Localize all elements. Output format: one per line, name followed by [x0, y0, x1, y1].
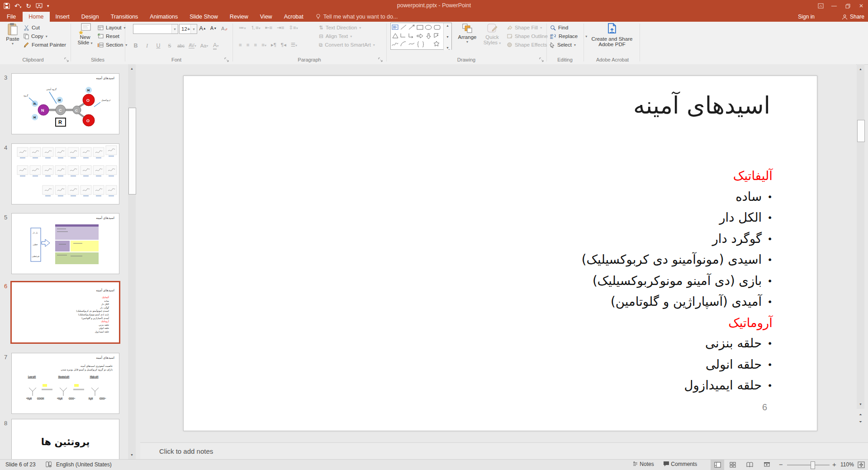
tab-insert[interactable]: Insert: [50, 12, 76, 22]
slide-title[interactable]: اسیدهای آمینه: [633, 92, 770, 119]
thumbnail-slide-8[interactable]: پروتئین ها: [11, 419, 119, 459]
thumbnail-slide-7[interactable]: اسیدهای آمینه خاصیت آمفوتری اسیدهای آمین…: [11, 353, 119, 414]
columns-button[interactable]: ☰▾: [291, 42, 297, 48]
strikethrough-button[interactable]: abc: [177, 42, 185, 50]
font-name-combobox[interactable]: ▾: [133, 24, 178, 34]
clear-formatting-button[interactable]: A: [221, 24, 228, 32]
underline-button[interactable]: U: [155, 42, 162, 50]
tab-view[interactable]: View: [254, 12, 278, 22]
tell-me-box[interactable]: Tell me what you want to do...: [309, 12, 398, 22]
scroll-down-icon[interactable]: ▼: [857, 400, 864, 408]
thumbnail-slide-6-selected[interactable]: اسیدهای آمینه آلیفاتیک ساده الکل دار گوگ…: [10, 281, 120, 344]
layout-button[interactable]: Layout▾: [98, 24, 126, 32]
align-right-button[interactable]: ≡: [254, 42, 257, 47]
zoom-slider-thumb[interactable]: [811, 461, 815, 469]
scrollbar-thumb[interactable]: [857, 120, 865, 142]
gallery-down-icon[interactable]: ▼: [446, 35, 449, 38]
shape-effects-button[interactable]: Shape Effects: [515, 42, 547, 47]
restore-icon[interactable]: [841, 0, 854, 12]
close-icon[interactable]: ✕: [854, 0, 868, 12]
thumbnail-slide-4[interactable]: [11, 143, 119, 204]
character-spacing-button[interactable]: AV▾: [189, 42, 196, 50]
find-button[interactable]: Find: [558, 25, 568, 30]
align-left-button[interactable]: ≡: [239, 42, 242, 47]
rtl-direction-button[interactable]: ¶◂: [281, 42, 286, 48]
grow-font-button[interactable]: A▲: [199, 24, 206, 32]
bullets-button[interactable]: ≔▾: [239, 24, 246, 31]
gallery-up-icon[interactable]: ▲: [446, 24, 449, 27]
font-size-combobox[interactable]: 12+▾: [179, 24, 197, 34]
font-color-button[interactable]: A▾: [212, 42, 219, 50]
tab-design[interactable]: Design: [76, 12, 105, 22]
tab-home[interactable]: Home: [23, 12, 49, 22]
slide-sorter-view-button[interactable]: [726, 460, 740, 470]
copy-button[interactable]: Copy▾: [24, 32, 47, 40]
share-button[interactable]: Share: [842, 12, 864, 22]
normal-view-button[interactable]: [711, 460, 724, 470]
sign-in-button[interactable]: Sign in: [798, 12, 815, 22]
scroll-up-icon[interactable]: ▲: [128, 65, 136, 72]
reading-view-button[interactable]: [743, 460, 756, 470]
bold-button[interactable]: B: [132, 42, 139, 50]
notes-placeholder[interactable]: Click to add notes: [159, 447, 213, 455]
text-direction-button[interactable]: Text Direction: [326, 25, 357, 30]
shapes-gallery[interactable]: ▲ ▼ ▼̲: [390, 23, 452, 50]
section-button[interactable]: Section▾: [98, 41, 127, 49]
clipboard-dialog-launcher[interactable]: [64, 57, 69, 62]
cut-button[interactable]: Cut: [24, 24, 40, 32]
tab-review[interactable]: Review: [224, 12, 254, 22]
line-spacing-button[interactable]: ⇳≡▾: [289, 24, 298, 31]
tab-slide-show[interactable]: Slide Show: [184, 12, 224, 22]
zoom-slider-track[interactable]: [787, 465, 830, 465]
thumbnail-slide-5[interactable]: اسیدهای آمینه بار دارقطبیغیرقطبی: [11, 213, 119, 274]
change-case-button[interactable]: Aa▾: [200, 42, 208, 50]
convert-smartart-button[interactable]: Convert to SmartArt: [325, 42, 371, 47]
zoom-in-button[interactable]: +: [832, 461, 836, 468]
tab-animations[interactable]: Animations: [144, 12, 184, 22]
previous-slide-button[interactable]: ⏶: [857, 411, 864, 418]
language-indicator[interactable]: English (United States): [56, 461, 112, 468]
minimize-icon[interactable]: —: [827, 0, 841, 12]
paste-button[interactable]: Paste▾: [4, 23, 22, 46]
format-painter-button[interactable]: Format Painter: [24, 41, 66, 49]
comments-toggle[interactable]: Comments: [663, 461, 697, 467]
shape-fill-button[interactable]: Shape Fill: [515, 25, 538, 30]
shape-outline-button[interactable]: Shape Outline: [515, 33, 548, 39]
paragraph-dialog-launcher[interactable]: [378, 57, 383, 62]
spellcheck-icon[interactable]: [45, 461, 52, 468]
italic-button[interactable]: I: [143, 42, 151, 50]
tab-transitions[interactable]: Transitions: [105, 12, 144, 22]
thumbnail-slide-3[interactable]: اسیدهای آمینه H H H H N C C O O R گروهگر…: [11, 73, 119, 134]
decrease-indent-button[interactable]: ⇤≡: [265, 24, 272, 31]
align-text-button[interactable]: Align Text: [326, 33, 348, 39]
reset-button[interactable]: Reset: [98, 32, 119, 40]
notes-pane[interactable]: Click to add notes: [140, 442, 868, 460]
thumbnail-scrollbar[interactable]: ▲ ▼: [128, 64, 136, 459]
zoom-level[interactable]: 110%: [840, 461, 854, 468]
shapes-gallery-scrollbar[interactable]: ▲ ▼ ▼̲: [443, 23, 451, 50]
new-slide-button[interactable]: New Slide ▾: [75, 23, 95, 45]
replace-button[interactable]: Replace: [559, 33, 578, 39]
ltr-direction-button[interactable]: ▸¶: [271, 42, 276, 48]
select-button[interactable]: Select: [557, 42, 572, 47]
numbering-button[interactable]: ⒈≡▾: [251, 24, 261, 31]
notes-toggle[interactable]: Notes: [632, 461, 654, 467]
slideshow-view-button[interactable]: [760, 460, 773, 470]
arrange-button[interactable]: Arrange▾: [455, 23, 480, 44]
zoom-out-button[interactable]: −: [779, 461, 783, 468]
next-slide-button[interactable]: ⏷: [857, 418, 864, 426]
create-pdf-button[interactable]: Create and Share Adobe PDF: [587, 23, 637, 47]
shrink-font-button[interactable]: A▼: [210, 24, 217, 32]
tab-file[interactable]: File: [0, 12, 23, 22]
font-dialog-launcher[interactable]: [224, 57, 229, 62]
shadow-button[interactable]: S: [166, 42, 173, 50]
slide-editing-area[interactable]: اسیدهای آمینه آلیفاتیک •ساده •الکل دار •…: [183, 76, 817, 431]
slide-body-textbox[interactable]: آلیفاتیک •ساده •الکل دار •گوگرد دار •اسی…: [582, 166, 773, 396]
justify-button[interactable]: ≡▾: [261, 42, 266, 47]
drawing-dialog-launcher[interactable]: [539, 57, 544, 62]
scroll-down-icon[interactable]: ▼: [128, 451, 136, 459]
scrollbar-thumb[interactable]: [128, 108, 136, 195]
tab-acrobat[interactable]: Acrobat: [278, 12, 309, 22]
increase-indent-button[interactable]: ⇥≡: [277, 24, 284, 31]
fit-slide-to-window-button[interactable]: [858, 461, 865, 468]
